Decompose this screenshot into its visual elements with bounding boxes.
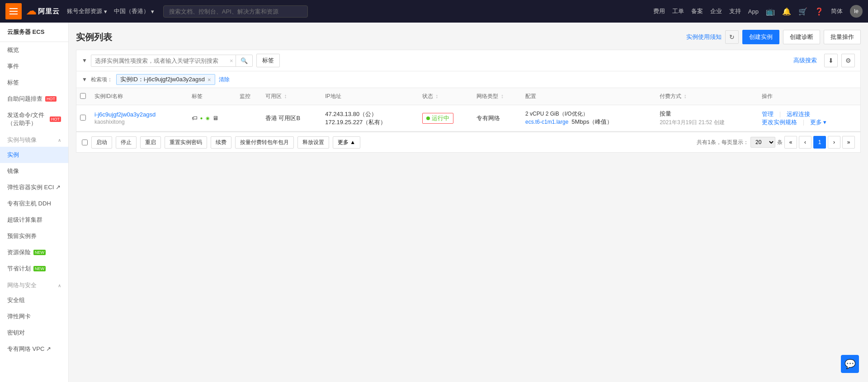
sidebar-item-keypair[interactable]: 密钥对 xyxy=(0,325,68,341)
release-settings-button[interactable]: 释放设置 xyxy=(297,136,329,149)
row-select-checkbox[interactable] xyxy=(80,115,86,121)
sidebar-item-reserved[interactable]: 预留实例券 xyxy=(0,228,68,244)
pagination: 共有1条，每页显示： 10 20 50 100 条 « ‹ 1 › » xyxy=(697,136,855,149)
more-actions-button[interactable]: 更多 ▲ xyxy=(333,136,360,149)
search-filter-bar: ▼ × 🔍 标签 高级搜索 ⬇ ⚙ xyxy=(76,50,861,71)
nav-app[interactable]: App xyxy=(748,8,759,15)
user-avatar[interactable]: Ie xyxy=(850,5,863,18)
prev-prev-page-button[interactable]: « xyxy=(784,136,797,149)
action-change-spec-link[interactable]: 更改实例规格 xyxy=(762,119,797,126)
sidebar-item-image[interactable]: 镜像 xyxy=(0,163,68,179)
sidebar-item-overview[interactable]: 概览 xyxy=(0,42,68,58)
prev-page-button[interactable]: ‹ xyxy=(799,136,811,149)
col-zone: 可用区 ↕ xyxy=(262,88,321,105)
nav-support[interactable]: 支持 xyxy=(729,7,741,15)
start-button[interactable]: 启动 xyxy=(91,136,112,149)
sidebar-item-tags[interactable]: 标签 xyxy=(0,75,68,91)
monitor-wave-icon: ◉ xyxy=(206,116,210,121)
remove-filter-button[interactable]: × xyxy=(208,76,211,83)
sidebar-item-cloud-assist[interactable]: 发送命令/文件（云助手） HOT xyxy=(0,107,68,131)
screen-icon[interactable]: 🖥 xyxy=(212,115,218,121)
sidebar-item-hpc[interactable]: 超级计算集群 xyxy=(0,212,68,228)
sidebar-section-network-security[interactable]: 网络与安全 ∧ xyxy=(0,277,68,292)
total-count-text: 共有1条，每页显示： xyxy=(697,139,749,146)
sidebar-section-instance-image[interactable]: 实例与镜像 ∧ xyxy=(0,131,68,147)
cell-instance-id: i-j6c9ujgf2jw0a3y2agsd kaoshixitong xyxy=(91,105,188,131)
menu-toggle-button[interactable] xyxy=(5,3,22,19)
search-clear-button[interactable]: × xyxy=(227,55,236,66)
tag-icon[interactable]: 🏷 xyxy=(192,115,198,121)
nav-icon-monitor[interactable]: 📺 xyxy=(766,7,775,16)
account-region-selector[interactable]: 账号全部资源 ▾ 中国（香港） ▾ xyxy=(67,7,154,15)
global-search-input[interactable] xyxy=(163,5,308,18)
bottom-action-bar: 启动 停止 重启 重置实例密码 续费 按量付费转包年包月 释放设置 更多 ▲ 共… xyxy=(76,132,861,153)
create-instance-button[interactable]: 创建实例 xyxy=(742,30,779,44)
global-search xyxy=(163,5,653,18)
col-tags: 标签 xyxy=(188,88,236,105)
config-bandwidth-text: 5Mbps（峰值） xyxy=(570,119,613,125)
nav-icon-bell[interactable]: 🔔 xyxy=(782,7,791,16)
action-more-link[interactable]: 更多 ▾ xyxy=(810,119,827,126)
cell-actions: 管理 ｜ 远程连接 更改实例规格 ｜ 更多 ▾ xyxy=(758,105,860,131)
stop-button[interactable]: 停止 xyxy=(116,136,137,149)
config-instance-link[interactable]: ecs.t6-c1m1.large xyxy=(525,119,568,125)
top-navigation: ☁ 阿里云 账号全部资源 ▾ 中国（香港） ▾ 费用 工单 备案 企业 支持 A… xyxy=(0,0,868,23)
sidebar-item-eci[interactable]: 弹性容器实例 ECI ↗ xyxy=(0,179,68,196)
page-1-button[interactable]: 1 xyxy=(813,136,826,149)
chat-assistant-button[interactable]: 💬 xyxy=(841,355,859,373)
sidebar-item-savings[interactable]: 节省计划 NEW xyxy=(0,261,68,277)
nav-ticket[interactable]: 工单 xyxy=(672,7,684,15)
sidebar-item-vpc[interactable]: 专有网络 VPC ↗ xyxy=(0,341,68,357)
search-go-button[interactable]: 🔍 xyxy=(236,55,252,66)
create-diagnose-button[interactable]: 创建诊断 xyxy=(783,30,820,44)
sidebar-item-resource-insurance[interactable]: 资源保险 NEW xyxy=(0,244,68,261)
renew-button[interactable]: 续费 xyxy=(211,136,231,149)
action-manage-link[interactable]: 管理 xyxy=(762,111,774,117)
select-all-checkbox[interactable] xyxy=(80,93,86,99)
reset-password-button[interactable]: 重置实例密码 xyxy=(165,136,207,149)
search-input[interactable] xyxy=(91,55,227,66)
nav-filing[interactable]: 备案 xyxy=(691,7,703,15)
nav-icon-cart[interactable]: 🛒 xyxy=(798,7,807,16)
convert-billing-button[interactable]: 按量付费转包年包月 xyxy=(235,136,294,149)
sidebar-item-elastic-nic[interactable]: 弹性网卡 xyxy=(0,308,68,325)
col-config: 配置 xyxy=(522,88,656,105)
nav-icon-help[interactable]: ❓ xyxy=(815,7,824,16)
hot-badge: HOT xyxy=(45,96,57,102)
sidebar-item-events[interactable]: 事件 xyxy=(0,58,68,75)
clear-all-filters-button[interactable]: 清除 xyxy=(219,76,230,84)
col-payment: 付费方式 ↕ xyxy=(656,88,758,105)
per-page-unit: 条 xyxy=(777,139,783,146)
cell-network: 专有网络 xyxy=(473,105,522,131)
header-actions: 实例使用须知 ↻ 创建实例 创建诊断 批量操作 xyxy=(686,30,861,44)
page-size-select[interactable]: 10 20 50 100 xyxy=(750,137,775,148)
instance-help-link[interactable]: 实例使用须知 xyxy=(686,33,722,41)
action-remote-connect-link[interactable]: 远程连接 xyxy=(787,111,810,117)
bottom-select-all-checkbox[interactable] xyxy=(82,140,88,145)
sidebar-title: 云服务器 ECS xyxy=(0,23,68,42)
refresh-button[interactable]: ↻ xyxy=(725,30,739,44)
sidebar-item-security-group[interactable]: 安全组 xyxy=(0,292,68,308)
sidebar-item-ddh[interactable]: 专有宿主机 DDH xyxy=(0,196,68,212)
sidebar-item-instance[interactable]: 实例 xyxy=(0,147,68,163)
column-settings-button[interactable]: ⚙ xyxy=(841,54,855,67)
download-button[interactable]: ⬇ xyxy=(824,54,838,67)
cell-zone: 香港 可用区B xyxy=(262,105,321,131)
batch-operation-button[interactable]: 批量操作 xyxy=(824,30,861,44)
next-page-button[interactable]: › xyxy=(828,136,840,149)
instance-id-link[interactable]: i-j6c9ujgf2jw0a3y2agsd xyxy=(94,111,184,118)
nav-enterprise[interactable]: 企业 xyxy=(710,7,722,15)
sidebar-item-troubleshoot[interactable]: 自助问题排查 HOT xyxy=(0,91,68,107)
col-instance-id: 实例ID/名称 xyxy=(91,88,188,105)
instance-table-wrapper: 实例ID/名称 标签 监控 可用区 ↕ IP地址 状态 ↕ 网络类型 ↕ 配置 … xyxy=(76,88,861,132)
tag-search-button[interactable]: 标签 xyxy=(256,54,280,67)
advanced-search-button[interactable]: 高级搜索 xyxy=(793,56,817,65)
restart-button[interactable]: 重启 xyxy=(140,136,161,149)
payment-type: 按量 xyxy=(660,110,755,118)
nav-icon-language[interactable]: 简体 xyxy=(831,7,843,15)
search-input-wrapper: × 🔍 xyxy=(91,55,253,67)
active-filter-tag: 实例ID：i-j6c9ujgf2jw0a3y2agsd × xyxy=(116,74,215,85)
next-next-page-button[interactable]: » xyxy=(842,136,855,149)
chevron-up-icon: ∧ xyxy=(58,138,61,143)
nav-fees[interactable]: 费用 xyxy=(653,7,665,15)
